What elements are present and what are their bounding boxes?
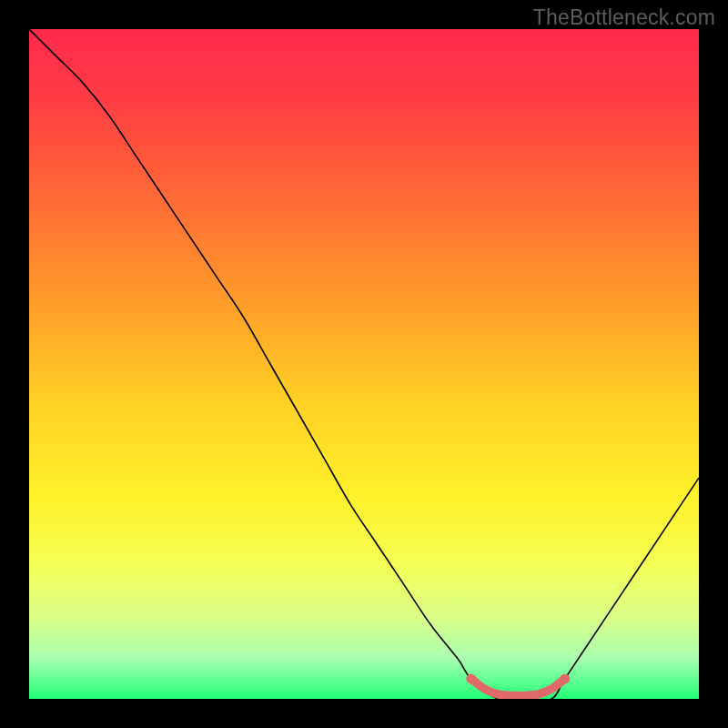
chart-frame: TheBottleneck.com — [0, 0, 728, 728]
watermark-text: TheBottleneck.com — [533, 5, 715, 30]
svg-point-0 — [466, 673, 476, 683]
svg-point-1 — [560, 673, 570, 683]
plot-area — [29, 29, 699, 699]
chart-svg — [29, 29, 699, 699]
gradient-background — [29, 29, 699, 699]
